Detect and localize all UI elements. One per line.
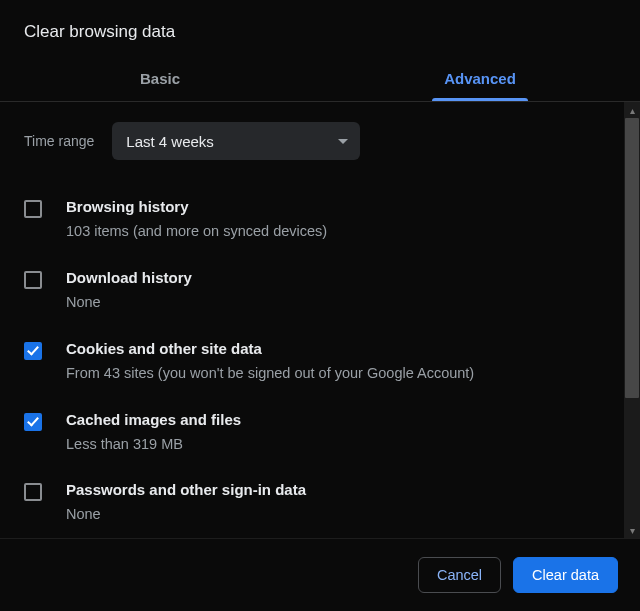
checkbox-cached-images[interactable] <box>24 413 42 431</box>
item-title: Passwords and other sign-in data <box>66 481 614 499</box>
item-sub: Less than 319 MB <box>66 435 614 454</box>
dialog-footer: Cancel Clear data <box>0 539 640 611</box>
checkbox-passwords[interactable] <box>24 483 42 501</box>
clear-data-button[interactable]: Clear data <box>513 557 618 593</box>
checkbox-browsing-history[interactable] <box>24 200 42 218</box>
time-range-row: Time range Last 4 weeks <box>24 122 614 160</box>
list-item: Download history None <box>24 259 614 330</box>
time-range-select[interactable]: Last 4 weeks <box>112 122 360 160</box>
list-item: Browsing history 103 items (and more on … <box>24 188 614 259</box>
list-item: Cached images and files Less than 319 MB <box>24 401 614 472</box>
item-body: Passwords and other sign-in data None <box>66 481 614 524</box>
item-sub: From 43 sites (you won't be signed out o… <box>66 364 614 383</box>
time-range-value: Last 4 weeks <box>126 133 338 150</box>
checkbox-download-history[interactable] <box>24 271 42 289</box>
tab-basic-label: Basic <box>140 70 180 87</box>
checkbox-cookies[interactable] <box>24 342 42 360</box>
cancel-button[interactable]: Cancel <box>418 557 501 593</box>
scroll-content: Time range Last 4 weeks Browsing history… <box>0 102 624 538</box>
scrollbar-down-icon[interactable]: ▾ <box>624 522 640 538</box>
item-title: Cached images and files <box>66 411 614 429</box>
tabs: Basic Advanced <box>0 60 640 102</box>
item-sub: 103 items (and more on synced devices) <box>66 222 614 241</box>
item-title: Download history <box>66 269 614 287</box>
item-body: Download history None <box>66 269 614 312</box>
list-item: Cookies and other site data From 43 site… <box>24 330 614 401</box>
chevron-down-icon <box>338 139 348 144</box>
scrollbar[interactable]: ▴ ▾ <box>624 102 640 538</box>
item-body: Browsing history 103 items (and more on … <box>66 198 614 241</box>
tab-basic[interactable]: Basic <box>0 60 320 101</box>
item-sub: None <box>66 505 614 524</box>
item-title: Browsing history <box>66 198 614 216</box>
cancel-button-label: Cancel <box>437 567 482 583</box>
item-body: Cookies and other site data From 43 site… <box>66 340 614 383</box>
item-title: Cookies and other site data <box>66 340 614 358</box>
scrollbar-thumb[interactable] <box>625 118 639 398</box>
tab-advanced[interactable]: Advanced <box>320 60 640 101</box>
item-sub: None <box>66 293 614 312</box>
clear-data-button-label: Clear data <box>532 567 599 583</box>
item-body: Cached images and files Less than 319 MB <box>66 411 614 454</box>
clear-browsing-data-dialog: Clear browsing data Basic Advanced Time … <box>0 0 640 611</box>
scrollbar-up-icon[interactable]: ▴ <box>624 102 640 118</box>
list-item: Passwords and other sign-in data None <box>24 471 614 538</box>
dialog-title: Clear browsing data <box>0 0 640 60</box>
scroll-area: Time range Last 4 weeks Browsing history… <box>0 102 640 539</box>
tab-advanced-label: Advanced <box>444 70 516 87</box>
time-range-label: Time range <box>24 133 94 149</box>
